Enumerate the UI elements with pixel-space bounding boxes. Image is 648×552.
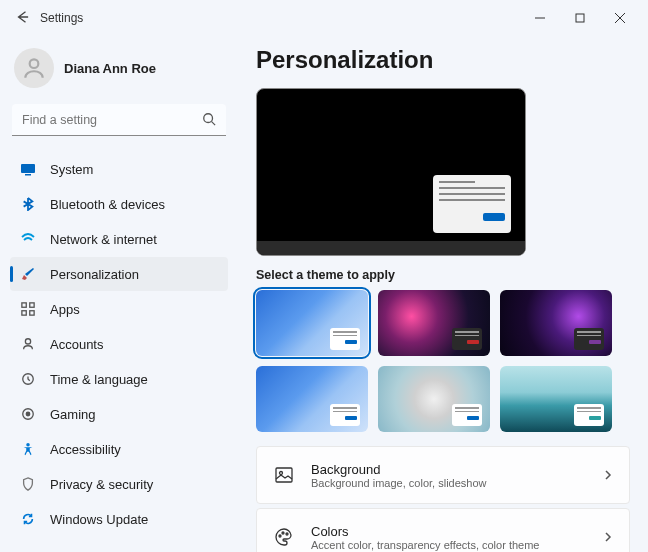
back-button[interactable]: [8, 10, 36, 27]
svg-rect-12: [30, 311, 34, 315]
nav-label: System: [50, 162, 93, 177]
nav-system[interactable]: System: [10, 152, 228, 186]
theme-option-3[interactable]: [500, 290, 612, 356]
palette-icon: [273, 526, 295, 548]
chevron-right-icon: [603, 528, 613, 546]
shield-icon: [20, 476, 36, 492]
nav-apps[interactable]: Apps: [10, 292, 228, 326]
row-colors[interactable]: ColorsAccent color, transparency effects…: [256, 508, 630, 552]
window-title: Settings: [40, 11, 83, 25]
row-title: Background: [311, 462, 486, 477]
svg-point-20: [279, 535, 281, 537]
titlebar: Settings: [0, 0, 648, 36]
svg-point-21: [282, 532, 284, 534]
nav-label: Network & internet: [50, 232, 157, 247]
svg-point-19: [280, 472, 283, 475]
system-icon: [20, 161, 36, 177]
paintbrush-icon: [20, 266, 36, 282]
chevron-right-icon: [603, 466, 613, 484]
nav-accessibility[interactable]: Accessibility: [10, 432, 228, 466]
nav-network[interactable]: Network & internet: [10, 222, 228, 256]
settings-rows: BackgroundBackground image, color, slide…: [256, 446, 630, 552]
nav-label: Gaming: [50, 407, 96, 422]
svg-line-6: [212, 122, 216, 126]
nav-gaming[interactable]: Gaming: [10, 397, 228, 431]
svg-point-16: [26, 412, 30, 416]
wifi-icon: [20, 231, 36, 247]
nav-label: Personalization: [50, 267, 139, 282]
nav-label: Accounts: [50, 337, 103, 352]
nav-bluetooth[interactable]: Bluetooth & devices: [10, 187, 228, 221]
apps-icon: [20, 301, 36, 317]
main-content: Personalization Select a theme to apply …: [238, 36, 648, 552]
page-heading: Personalization: [256, 46, 630, 74]
nav-personalization[interactable]: Personalization: [10, 257, 228, 291]
svg-point-4: [30, 59, 39, 68]
nav-label: Windows Update: [50, 512, 148, 527]
sidebar: Diana Ann Roe System Bluetooth & devices…: [0, 36, 238, 552]
desktop-preview: [256, 88, 526, 256]
nav-accounts[interactable]: Accounts: [10, 327, 228, 361]
nav-label: Accessibility: [50, 442, 121, 457]
maximize-button[interactable]: [560, 4, 600, 32]
search-box[interactable]: [12, 104, 226, 136]
nav-time[interactable]: Time & language: [10, 362, 228, 396]
nav-label: Privacy & security: [50, 477, 153, 492]
svg-rect-11: [22, 311, 26, 315]
minimize-button[interactable]: [520, 4, 560, 32]
nav-label: Time & language: [50, 372, 148, 387]
nav-list: System Bluetooth & devices Network & int…: [10, 152, 228, 536]
svg-rect-7: [21, 164, 35, 173]
nav-label: Apps: [50, 302, 80, 317]
svg-rect-8: [25, 174, 31, 176]
theme-option-5[interactable]: [378, 366, 490, 432]
svg-point-22: [286, 533, 288, 535]
svg-rect-9: [22, 303, 26, 307]
clock-icon: [20, 371, 36, 387]
gaming-icon: [20, 406, 36, 422]
search-input[interactable]: [12, 104, 226, 136]
svg-point-13: [25, 339, 30, 344]
nav-update[interactable]: Windows Update: [10, 502, 228, 536]
row-background[interactable]: BackgroundBackground image, color, slide…: [256, 446, 630, 504]
user-profile[interactable]: Diana Ann Roe: [14, 48, 224, 88]
svg-rect-18: [276, 468, 292, 482]
svg-rect-10: [30, 303, 34, 307]
accessibility-icon: [20, 441, 36, 457]
svg-point-5: [204, 114, 213, 123]
theme-option-2[interactable]: [378, 290, 490, 356]
bluetooth-icon: [20, 196, 36, 212]
avatar: [14, 48, 54, 88]
svg-rect-1: [576, 14, 584, 22]
search-icon: [202, 112, 216, 130]
theme-option-1[interactable]: [256, 290, 368, 356]
row-desc: Accent color, transparency effects, colo…: [311, 539, 539, 551]
user-name: Diana Ann Roe: [64, 61, 156, 76]
nav-label: Bluetooth & devices: [50, 197, 165, 212]
svg-point-17: [26, 443, 30, 447]
update-icon: [20, 511, 36, 527]
row-desc: Background image, color, slideshow: [311, 477, 486, 489]
row-title: Colors: [311, 524, 539, 539]
accounts-icon: [20, 336, 36, 352]
image-icon: [273, 464, 295, 486]
theme-option-6[interactable]: [500, 366, 612, 432]
nav-privacy[interactable]: Privacy & security: [10, 467, 228, 501]
theme-subheading: Select a theme to apply: [256, 268, 630, 282]
close-button[interactable]: [600, 4, 640, 32]
theme-grid: [256, 290, 630, 432]
theme-option-4[interactable]: [256, 366, 368, 432]
